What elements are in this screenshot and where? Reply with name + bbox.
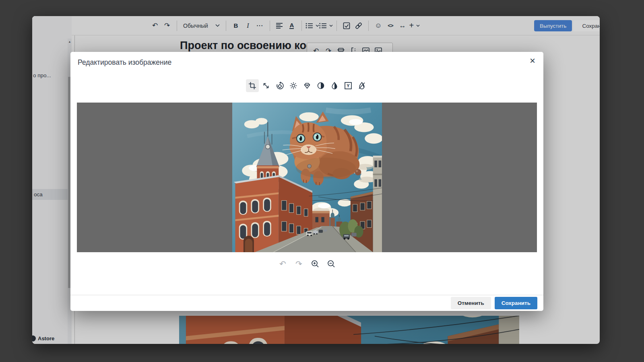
tool-resize-button[interactable] [260,79,272,92]
modal-footer: Отменить Сохранить [70,295,543,311]
tool-remove-color-button[interactable] [355,79,368,92]
cancel-button[interactable]: Отменить [451,297,491,309]
tool-brightness-button[interactable] [287,79,300,92]
tool-grayscale-button[interactable]: Y [342,79,355,92]
edited-image-preview [232,103,382,252]
redo-icon[interactable]: ↷ [294,259,304,269]
zoom-in-icon[interactable] [310,259,320,269]
canvas-controls: ↶ ↷ [70,259,543,269]
tool-enhance-button[interactable] [301,79,314,92]
tool-rotate-button[interactable] [273,79,286,92]
image-canvas[interactable] [77,103,537,252]
modal-title: Редактировать изображение [78,58,171,67]
image-tools-row: Y [70,79,543,92]
save-button[interactable]: Сохранить [495,297,537,309]
undo-icon[interactable]: ↶ [278,259,288,269]
tool-contrast-button[interactable] [314,79,327,92]
zoom-out-icon[interactable] [326,259,336,269]
tool-crop-button[interactable] [246,79,259,92]
close-icon[interactable]: × [530,56,535,66]
tool-saturation-button[interactable] [328,79,341,92]
svg-text:Y: Y [347,83,350,88]
edit-image-modal: Редактировать изображение × Y [70,52,543,311]
